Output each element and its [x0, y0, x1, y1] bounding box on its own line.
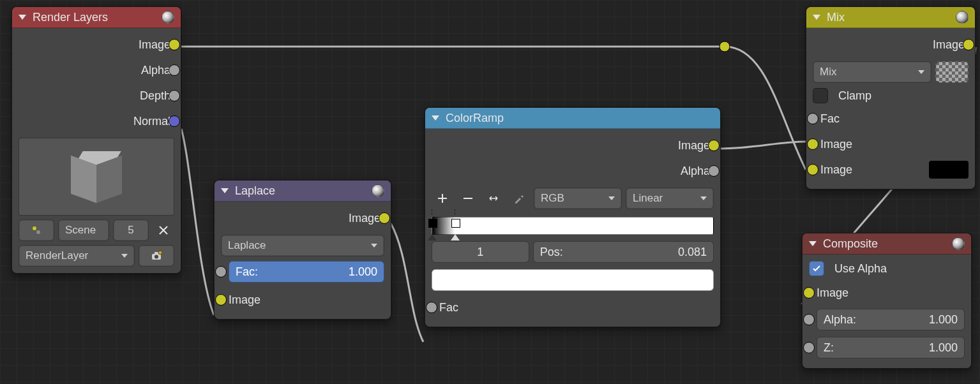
z-field[interactable]: Z: 1.000	[817, 337, 965, 358]
svg-rect-4	[155, 252, 158, 255]
image2-color-swatch[interactable]	[929, 161, 969, 179]
output-image: Image	[432, 133, 714, 158]
scene-users-value: 5	[128, 224, 133, 237]
render-layer-select[interactable]: RenderLayer	[19, 245, 135, 267]
collapse-icon[interactable]	[809, 241, 817, 246]
scene-name-field[interactable]: Scene	[58, 219, 109, 241]
svg-point-1	[33, 226, 36, 230]
clamp-label: Clamp	[838, 89, 871, 103]
node-header[interactable]: Laplace	[215, 181, 391, 202]
node-header[interactable]: ColorRamp	[425, 108, 720, 129]
use-alpha-label: Use Alpha	[834, 262, 887, 276]
flip-icon	[487, 193, 500, 204]
color-ramp-gradient[interactable]	[432, 217, 714, 235]
preview-toggle-icon[interactable]	[162, 11, 174, 24]
socket-in-fac[interactable]	[215, 266, 227, 277]
filter-type-select[interactable]: Laplace	[221, 235, 384, 256]
socket-in-fac[interactable]	[807, 113, 818, 124]
node-header[interactable]: Composite	[803, 233, 971, 255]
remove-stop-button[interactable]	[457, 188, 479, 209]
eyedropper-button[interactable]	[508, 188, 530, 209]
render-layer-label: RenderLayer	[26, 249, 88, 262]
render-single-layer-button[interactable]	[139, 245, 174, 267]
socket-in-fac[interactable]	[426, 302, 437, 313]
chevron-down-icon	[121, 254, 128, 258]
svg-point-6	[158, 251, 162, 255]
fac-label: Fac:	[236, 265, 258, 279]
collapse-icon[interactable]	[813, 15, 820, 20]
collapse-icon[interactable]	[221, 188, 229, 193]
scene-datablock-icon[interactable]	[19, 219, 54, 241]
preview-toggle-icon[interactable]	[956, 11, 969, 24]
socket-label: Image	[820, 163, 929, 177]
input-image: Image	[809, 280, 965, 306]
svg-point-2	[36, 230, 40, 234]
preview-toggle-icon[interactable]	[952, 237, 965, 250]
node-color-ramp[interactable]: ColorRamp Image Alpha RGB	[425, 107, 721, 327]
blend-type-select[interactable]: Mix	[813, 61, 931, 83]
alpha-field[interactable]: Alpha: 1.000	[817, 309, 965, 330]
socket-out-image[interactable]	[963, 39, 974, 50]
scene-unlink-button[interactable]	[153, 220, 174, 240]
socket-in-image1[interactable]	[807, 138, 818, 150]
interpolation-label: Linear	[633, 192, 663, 205]
plus-icon	[437, 193, 448, 204]
socket-out-alpha[interactable]	[708, 165, 720, 177]
socket-in-image[interactable]	[803, 287, 815, 299]
node-header[interactable]: Render Layers	[12, 7, 181, 28]
node-title: Mix	[827, 11, 845, 24]
interpolation-select[interactable]: Linear	[626, 188, 714, 209]
check-icon	[812, 264, 821, 273]
node-title: Composite	[823, 237, 878, 251]
chevron-down-icon	[371, 244, 377, 247]
socket-out-image[interactable]	[379, 212, 390, 224]
z-label: Z:	[824, 341, 834, 355]
ramp-stop-1[interactable]	[451, 234, 460, 240]
node-title: Render Layers	[33, 11, 108, 24]
ramp-stop-0[interactable]	[428, 234, 437, 240]
socket-label: Fac	[439, 301, 458, 314]
socket-label: Image	[349, 212, 381, 225]
node-header[interactable]: Mix	[806, 7, 975, 28]
scene-users[interactable]: 5	[113, 219, 149, 241]
socket-in-alpha[interactable]	[803, 314, 815, 325]
add-stop-button[interactable]	[432, 188, 453, 209]
flip-ramp-button[interactable]	[483, 188, 504, 209]
scene-label: Scene	[65, 224, 96, 237]
collapse-icon[interactable]	[19, 15, 26, 20]
clamp-checkbox[interactable]	[813, 88, 828, 103]
z-value: 1.000	[929, 341, 958, 355]
output-alpha: Alpha	[19, 57, 174, 83]
color-mode-select[interactable]: RGB	[534, 188, 622, 209]
socket-out-alpha[interactable]	[169, 64, 180, 76]
position-field[interactable]: Pos: 0.081	[533, 241, 714, 263]
output-depth: Depth	[19, 83, 174, 108]
input-image2: Image	[813, 157, 969, 182]
socket-out-depth[interactable]	[169, 90, 180, 101]
socket-in-image[interactable]	[215, 294, 227, 306]
socket-label: Image	[229, 293, 260, 307]
active-index-value: 1	[477, 246, 483, 259]
node-mix[interactable]: Mix Image Mix Clamp Fac Image	[806, 6, 976, 189]
render-preview	[19, 138, 174, 216]
socket-in-image2[interactable]	[807, 164, 818, 175]
input-image: Image	[221, 287, 384, 313]
preview-toggle-icon[interactable]	[372, 184, 384, 197]
collapse-icon[interactable]	[432, 115, 439, 121]
socket-in-z[interactable]	[803, 342, 815, 353]
socket-out-normal[interactable]	[169, 115, 180, 127]
socket-label: Image	[678, 139, 710, 152]
active-stop-index[interactable]: 1	[432, 241, 529, 263]
node-render-layers[interactable]: Render Layers Image Alpha Depth Normal	[11, 6, 181, 274]
fac-field[interactable]: Fac: 1.000	[229, 261, 384, 283]
node-composite[interactable]: Composite Use Alpha Image Alpha: 1.000 Z…	[802, 233, 972, 369]
node-laplace[interactable]: Laplace Image Laplace Fac: 1.000 Image	[214, 180, 391, 320]
pos-value: 0.081	[678, 246, 707, 259]
socket-label: Fac	[820, 112, 840, 126]
socket-out-image[interactable]	[708, 140, 720, 151]
use-alpha-toggle[interactable]	[935, 61, 969, 83]
socket-out-image[interactable]	[169, 39, 180, 50]
chevron-down-icon	[918, 70, 924, 74]
use-alpha-checkbox[interactable]	[809, 261, 824, 276]
stop-color-well[interactable]	[432, 269, 714, 291]
